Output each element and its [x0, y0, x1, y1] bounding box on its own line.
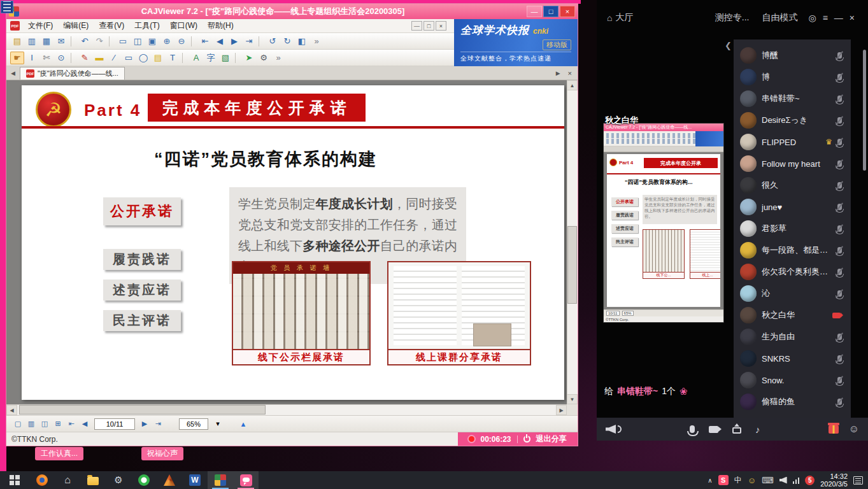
prev-page-icon[interactable]: ◀: [78, 418, 91, 430]
vertical-scroll-thumb[interactable]: [567, 226, 577, 304]
horizontal-scrollbar[interactable]: ◀ ▶: [6, 404, 567, 415]
zoom-input[interactable]: [179, 418, 208, 430]
minimize-button[interactable]: —: [527, 6, 542, 17]
tray-expand-icon[interactable]: ∧: [708, 477, 712, 484]
participant-row[interactable]: DesireΣっき: [734, 110, 851, 131]
volume-icon[interactable]: [779, 477, 787, 484]
zoom-dropdown-icon[interactable]: ▾: [211, 418, 224, 430]
action-center-icon[interactable]: [853, 476, 863, 485]
text-select-icon[interactable]: I: [25, 52, 39, 64]
doc-restore-button[interactable]: □: [423, 21, 434, 31]
start-button[interactable]: [0, 471, 29, 489]
text-note-icon[interactable]: T: [166, 52, 180, 64]
note-icon[interactable]: ▤: [151, 52, 165, 64]
toolbar-separator[interactable]: [235, 53, 239, 63]
zoom-out-icon[interactable]: ⊖: [174, 35, 189, 48]
participant-row[interactable]: 沁: [734, 283, 851, 304]
toolbar-separator[interactable]: [191, 36, 196, 46]
menu-item[interactable]: 编辑(E): [58, 19, 94, 32]
collapse-list-icon[interactable]: ❮: [725, 41, 732, 50]
toolbar-separator[interactable]: [259, 36, 263, 46]
next-page-icon[interactable]: ▶: [227, 35, 241, 48]
pen-icon[interactable]: ✎: [78, 52, 92, 64]
taskbar-browser[interactable]: [131, 471, 157, 489]
scroll-down-icon[interactable]: ▼: [567, 394, 578, 404]
participant-row[interactable]: 生为自由: [734, 326, 851, 348]
fit-width-icon[interactable]: ◫: [131, 35, 145, 48]
taskbar-settings[interactable]: ⚙: [106, 471, 131, 489]
last-page-icon[interactable]: ⇥: [152, 418, 164, 430]
participant-row[interactable]: 秋之白华: [734, 304, 851, 326]
toolbar-separator[interactable]: [109, 36, 113, 46]
lobby-tab[interactable]: ⌂ 大厅: [607, 12, 633, 24]
page-layout-icon[interactable]: ◧: [295, 35, 309, 48]
participant-row[interactable]: FLIPPED ♛: [734, 131, 851, 153]
music-icon[interactable]: ♪: [755, 424, 760, 435]
toolbar-separator[interactable]: [182, 53, 187, 63]
menu-item[interactable]: 工具(T): [129, 19, 164, 32]
next-page-icon[interactable]: ▶: [138, 418, 151, 430]
camera-icon[interactable]: [709, 426, 718, 433]
first-page-icon[interactable]: ⇤: [198, 35, 212, 48]
first-page-icon[interactable]: ⇤: [65, 418, 78, 430]
close-button[interactable]: ×: [560, 6, 575, 17]
taskbar-home-app[interactable]: ⌂: [55, 471, 80, 489]
participant-row[interactable]: Snow.: [734, 369, 851, 391]
room-tab[interactable]: 测控专...: [715, 12, 750, 24]
go-up-icon[interactable]: ▲: [237, 418, 250, 430]
participant-row[interactable]: 串错鞋带~: [734, 88, 851, 110]
email-icon[interactable]: ✉: [54, 35, 68, 48]
participant-row[interactable]: 君影草: [734, 218, 851, 239]
menu-item[interactable]: 查看(V): [94, 19, 129, 32]
ellipse-icon[interactable]: ◯: [136, 52, 150, 64]
taskbar-matlab[interactable]: [157, 471, 182, 489]
fit-page-icon[interactable]: ▭: [116, 35, 130, 48]
rotate-right-icon[interactable]: ↻: [280, 35, 294, 48]
taskbar-cajviewer[interactable]: [208, 471, 233, 489]
prev-page-icon[interactable]: ◀: [213, 35, 227, 48]
open-icon[interactable]: ▤: [10, 35, 24, 48]
participant-row[interactable]: 博醺: [734, 45, 851, 66]
doc-minimize-button[interactable]: —: [411, 21, 422, 31]
speaker-icon[interactable]: [606, 425, 616, 434]
last-page-icon[interactable]: ⇥: [242, 35, 256, 48]
image-icon[interactable]: ▧: [218, 52, 232, 64]
mic-icon[interactable]: [690, 425, 695, 433]
taskbar-voice-app[interactable]: [233, 471, 259, 489]
line-icon[interactable]: ∕: [107, 52, 121, 64]
zoom-tool-icon[interactable]: ⊙: [54, 52, 68, 64]
menu-icon[interactable]: ≡: [820, 13, 831, 23]
close-icon[interactable]: ×: [846, 13, 858, 23]
participant-row[interactable]: 你欠我个奥利奥O_o: [734, 261, 851, 283]
participant-row[interactable]: Follow my heart: [734, 153, 851, 174]
tray-smiley-icon[interactable]: ☺: [748, 476, 756, 485]
scroll-left-icon[interactable]: ◀: [6, 405, 17, 415]
menu-item[interactable]: 帮助(H): [203, 19, 239, 32]
tab-scroll-right-icon[interactable]: ▶: [554, 70, 562, 76]
thumbnail-icon[interactable]: ⊞: [52, 418, 64, 430]
rectangle-icon[interactable]: ▭: [122, 52, 136, 64]
toolbar-separator[interactable]: [71, 36, 75, 46]
network-icon[interactable]: [793, 477, 800, 484]
settings-icon[interactable]: ⚙: [257, 52, 271, 64]
vertical-scrollbar[interactable]: ▲ ▼: [567, 80, 578, 404]
toolbar-separator[interactable]: [71, 53, 75, 63]
rotate-left-icon[interactable]: ↺: [266, 35, 280, 48]
keyboard-icon[interactable]: ⌨: [762, 476, 774, 485]
dictionary-icon[interactable]: 字: [204, 52, 218, 64]
redo-icon[interactable]: ↷: [92, 35, 106, 48]
tab-close-icon[interactable]: ×: [565, 69, 575, 77]
exit-share-button[interactable]: 退出分享: [536, 434, 567, 444]
minimize-icon[interactable]: —: [831, 13, 846, 23]
participant-scroll-thumb[interactable]: [863, 50, 866, 171]
facing-icon[interactable]: ◫: [38, 418, 51, 430]
participant-row[interactable]: SNKRS: [734, 348, 851, 369]
scroll-right-icon[interactable]: ▶: [556, 405, 567, 415]
participant-row[interactable]: 博: [734, 66, 851, 88]
actual-size-icon[interactable]: ▣: [145, 35, 159, 48]
cnki-banner[interactable]: 全球学术快报 cnki 移动版 全球文献整合，学术热点速递: [454, 19, 578, 66]
participant-row[interactable]: 很久: [734, 174, 851, 196]
taskbar-explorer[interactable]: [80, 471, 106, 489]
maximize-button[interactable]: □: [543, 6, 559, 17]
share-screen-icon[interactable]: [732, 427, 741, 434]
